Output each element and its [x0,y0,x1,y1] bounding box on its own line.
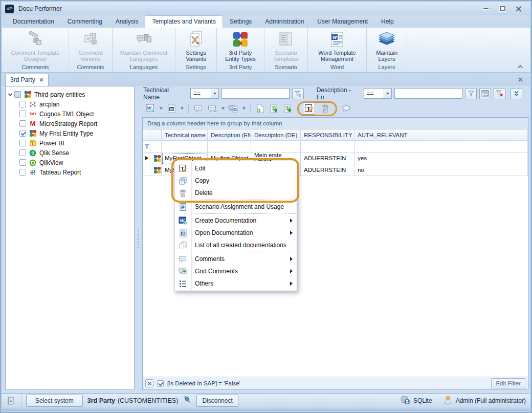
column-header-auth-relevant[interactable]: AUTH_RELEVANT [354,129,528,141]
cell-auth-relevant[interactable]: no [354,164,528,176]
open-documentation-button[interactable]: W [165,102,178,115]
comment-document-dropdown[interactable] [241,102,247,115]
menu-item-comments[interactable]: Comments [174,253,297,265]
clear-filter-button[interactable] [494,88,505,99]
filter-cell[interactable] [354,141,528,153]
import-excel-button[interactable] [268,102,280,115]
checkbox[interactable] [19,111,26,117]
checkbox[interactable] [19,130,26,137]
tab-documentation[interactable]: Documentation [6,16,61,28]
tree-item-my-first-entity-type[interactable]: My First Entity Type [6,128,134,138]
filter-cell[interactable] [301,141,354,153]
delete-entry-button[interactable] [319,102,331,115]
filter-enabled-checkbox[interactable] [157,380,164,387]
filter-cell[interactable] [251,141,301,153]
technical-name-operator-combo[interactable]: == [190,88,219,99]
edit-filter-button[interactable]: Edit Filter [491,378,525,388]
word-template-management-button[interactable]: W Word Template Management [310,29,364,63]
apply-filter-button[interactable] [292,88,304,99]
tree-item-qlik-sense[interactable]: S Qlik Sense [6,148,134,158]
panel-close-button[interactable] [518,76,523,83]
tab-settings[interactable]: Settings [223,16,258,28]
tab-administration[interactable]: Administration [258,16,311,28]
description-filter-input[interactable] [394,88,462,99]
menu-item-scenario-assignment[interactable]: Scenario Assignment and Usage [174,201,297,213]
tab-user-management[interactable]: User Management [311,16,374,28]
checkbox[interactable] [19,169,26,176]
tree-item-qlikview[interactable]: QlikView [6,158,134,167]
filter-button[interactable] [465,88,477,99]
tab-templates-and-variants[interactable]: Templates and Variants [145,15,223,28]
checkbox[interactable] [19,159,26,166]
menu-item-delete[interactable]: Delete [174,187,297,199]
close-button[interactable] [515,6,523,12]
column-header-description-en[interactable]: Description (EN) [208,129,251,141]
comments-dropdown[interactable] [220,102,226,115]
create-documentation-button[interactable]: W [144,102,157,115]
tree-item-cognos-tm1[interactable]: TM1 Cognos TM1 Object [6,109,134,119]
add-comment-button[interactable] [206,102,218,115]
menu-item-copy[interactable]: Copy [174,175,297,187]
remove-filter-button[interactable] [145,379,153,387]
cell-responsibility[interactable]: ADUERRSTEIN [301,164,354,176]
create-documentation-dropdown[interactable] [158,102,164,115]
log-panel-icon[interactable] [6,394,21,407]
disconnect-button[interactable]: Disconnect [196,395,238,407]
menu-item-grid-comments[interactable]: Grid Comments [174,265,297,277]
cell-responsibility[interactable]: ADUERRSTEIN [301,153,354,164]
checkbox[interactable] [19,140,26,146]
tree-root-third-party-entities[interactable]: Third-party entities [6,90,134,99]
maximize-button[interactable] [498,6,506,12]
export-excel-button[interactable] [282,102,294,115]
checkbox[interactable] [14,91,21,98]
checkbox[interactable] [19,120,26,127]
menu-item-open-documentation[interactable]: W Open Documentation [174,227,297,239]
column-header-responsibility[interactable]: RESPONSIBILITY [301,129,354,141]
third-party-entity-types-button[interactable]: 3rd Party Entity Types [219,29,262,63]
settings-variants-button[interactable]: Settings Variants [178,29,214,63]
tree-item-tableau[interactable]: Tableau Report [6,167,134,177]
menu-item-others[interactable]: Others [174,277,297,290]
advanced-filter-dialog-button[interactable] [479,88,491,99]
maintain-layers-button[interactable]: Maintain Layers [369,29,405,63]
select-system-button[interactable]: Select system [26,395,83,407]
tree-item-microstrategy[interactable]: M MicroStrategy Report [6,119,134,128]
cell-auth-relevant[interactable]: yes [354,153,528,164]
column-header-technical-name[interactable]: Technical name [162,129,208,141]
doc-tab-3rd-party[interactable]: 3rd Party [5,74,49,86]
comment-variants-button[interactable]: A Comment Variants [71,29,110,63]
tab-close-icon[interactable] [39,78,43,82]
tree-item-power-bi[interactable]: Power BI [6,138,134,148]
combo-dropdown-button[interactable] [384,89,391,98]
tab-help[interactable]: Help [374,16,401,28]
tab-analysis[interactable]: Analysis [109,16,145,28]
comments-button[interactable] [192,102,205,115]
menu-item-create-documentation[interactable]: W Create Documentation [174,214,297,227]
note-bubble-button[interactable] [340,102,352,115]
checkbox[interactable] [19,101,26,107]
expand-chevron-icon[interactable] [8,92,12,96]
technical-name-filter-input[interactable] [221,88,290,99]
tab-commenting[interactable]: Commenting [61,16,109,28]
maintain-comment-languages-button[interactable]: Maintain Comment Languages [115,29,173,63]
expand-filter-panel-button[interactable] [511,88,522,99]
panel-splitter[interactable] [136,86,140,390]
comment-document-button[interactable]: W [227,102,239,115]
menu-item-list-documentations[interactable]: List of all created documentations [174,239,297,251]
comment-template-designer-button[interactable]: Comment Template Designer [4,29,66,63]
new-entry-button[interactable] [254,102,267,115]
checkbox[interactable] [19,149,26,156]
filter-cell[interactable] [208,141,251,153]
ribbon-collapse-button[interactable] [517,63,525,70]
filter-cell[interactable] [162,141,208,153]
group-by-panel[interactable]: Drag a column header here to group by th… [143,118,528,129]
edit-entry-button[interactable]: T [303,102,315,115]
scenario-templates-button[interactable]: Scenario Templates [267,29,305,63]
open-documentation-dropdown[interactable] [179,102,185,115]
minimize-button[interactable] [482,6,490,12]
description-operator-combo[interactable]: == [364,88,392,99]
tree-item-arcplan[interactable]: arcplan [6,99,134,109]
menu-item-edit[interactable]: T Edit [174,162,297,175]
combo-dropdown-button[interactable] [211,89,218,98]
column-header-description-de[interactable]: Description (DE) [251,129,301,141]
